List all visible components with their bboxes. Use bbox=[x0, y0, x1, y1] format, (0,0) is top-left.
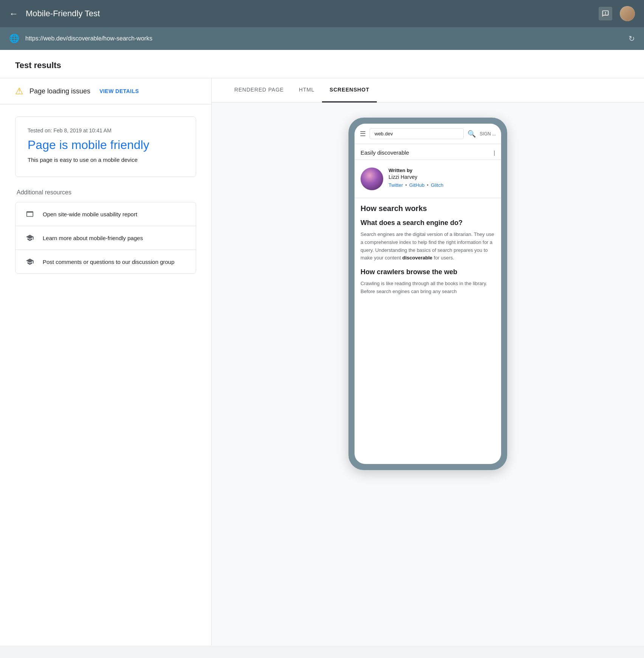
article-heading-2: How crawlers browse the web bbox=[361, 268, 495, 276]
test-results-header: Test results bbox=[0, 50, 644, 78]
glitch-link[interactable]: Glitch bbox=[431, 182, 443, 188]
author-name: Lizzi Harvey bbox=[389, 174, 495, 180]
tab-screenshot[interactable]: SCREENSHOT bbox=[322, 78, 377, 102]
phone-article-content: How search works What does a search engi… bbox=[355, 198, 501, 303]
section-label-text: Easily discoverable bbox=[361, 149, 409, 156]
tab-rendered-page[interactable]: Rendered page bbox=[227, 78, 291, 102]
phone-content: Easily discoverable | Written by Lizzi H… bbox=[355, 144, 501, 303]
globe-icon: 🌐 bbox=[9, 34, 19, 43]
tab-html[interactable]: HTML bbox=[291, 78, 322, 102]
resource-text-2: Learn more about mobile-friendly pages bbox=[43, 235, 143, 241]
back-button[interactable]: ← bbox=[9, 8, 18, 19]
feedback-icon bbox=[602, 10, 609, 17]
twitter-link[interactable]: Twitter bbox=[389, 182, 403, 188]
refresh-icon[interactable]: ↻ bbox=[629, 34, 635, 43]
graduation-icon-2 bbox=[25, 258, 35, 266]
phone-mockup: ☰ web.dev 🔍 SIGN ... Easily discoverable… bbox=[348, 118, 507, 470]
resource-text-1: Open site-wide mobile usability report bbox=[43, 211, 137, 217]
article-heading-1: What does a search engine do? bbox=[361, 219, 495, 227]
mobile-friendly-subtitle: This page is easy to use on a mobile dev… bbox=[28, 157, 184, 163]
mobile-friendly-title: Page is mobile friendly bbox=[28, 138, 184, 152]
left-panel: ⚠ Page loading issues VIEW DETAILS Teste… bbox=[0, 78, 212, 646]
article-paragraph-1: Search engines are the digital version o… bbox=[361, 231, 495, 262]
phone-hamburger-icon: ☰ bbox=[360, 130, 366, 138]
dot-separator-1: • bbox=[405, 182, 407, 188]
url-text[interactable]: https://web.dev/discoverable/how-search-… bbox=[25, 35, 622, 42]
resource-item-2[interactable]: Learn more about mobile-friendly pages bbox=[15, 226, 196, 250]
resource-text-3: Post comments or questions to our discus… bbox=[43, 259, 175, 265]
tested-on-text: Tested on: Feb 8, 2019 at 10:41 AM bbox=[28, 127, 184, 133]
issues-bar: ⚠ Page loading issues VIEW DETAILS bbox=[0, 78, 211, 104]
resource-item-3[interactable]: Post comments or questions to our discus… bbox=[15, 250, 196, 273]
phone-search-bar: web.dev bbox=[370, 128, 464, 139]
author-avatar bbox=[361, 168, 383, 190]
phone-screen: ☰ web.dev 🔍 SIGN ... Easily discoverable… bbox=[355, 124, 501, 464]
svg-rect-1 bbox=[605, 14, 606, 15]
article-title: How search works bbox=[361, 204, 495, 213]
app-title: Mobile-Friendly Test bbox=[26, 9, 599, 19]
written-by-label: Written by bbox=[389, 168, 495, 173]
right-panel: Rendered page HTML SCREENSHOT ☰ web.de bbox=[212, 78, 644, 646]
issues-label: Page loading issues bbox=[29, 87, 90, 95]
top-icons bbox=[599, 6, 635, 21]
phone-section-label: Easily discoverable | bbox=[355, 144, 501, 160]
resource-item-1[interactable]: Open site-wide mobile usability report bbox=[15, 202, 196, 226]
browser-icon bbox=[25, 210, 35, 218]
author-details: Written by Lizzi Harvey Twitter • GitHub… bbox=[389, 168, 495, 188]
svg-rect-0 bbox=[605, 12, 606, 14]
article-paragraph-2: Crawling is like reading through all the… bbox=[361, 280, 495, 296]
view-details-link[interactable]: VIEW DETAILS bbox=[99, 88, 139, 94]
main-content: Test results ⚠ Page loading issues VIEW … bbox=[0, 50, 644, 646]
additional-resources-title: Additional resources bbox=[15, 189, 196, 196]
result-card: Tested on: Feb 8, 2019 at 10:41 AM Page … bbox=[15, 116, 196, 177]
right-tabs: Rendered page HTML SCREENSHOT bbox=[212, 78, 644, 102]
phone-section-arrow-icon: | bbox=[494, 150, 495, 156]
back-arrow-icon: ← bbox=[9, 8, 18, 19]
github-link[interactable]: GitHub bbox=[409, 182, 424, 188]
phone-nav: ☰ web.dev 🔍 SIGN ... bbox=[355, 124, 501, 144]
phone-preview-area: ☰ web.dev 🔍 SIGN ... Easily discoverable… bbox=[212, 102, 644, 646]
user-avatar[interactable] bbox=[620, 6, 635, 21]
author-section: Written by Lizzi Harvey Twitter • GitHub… bbox=[355, 160, 501, 198]
author-links: Twitter • GitHub • Glitch bbox=[389, 182, 495, 188]
warning-icon: ⚠ bbox=[15, 86, 23, 96]
author-info: Written by Lizzi Harvey Twitter • GitHub… bbox=[361, 168, 495, 190]
avatar-image bbox=[620, 6, 635, 21]
split-layout: ⚠ Page loading issues VIEW DETAILS Teste… bbox=[0, 78, 644, 646]
feedback-button[interactable] bbox=[599, 7, 612, 20]
dot-separator-2: • bbox=[427, 182, 429, 188]
resources-card: Open site-wide mobile usability report L… bbox=[15, 202, 196, 274]
phone-sign-in: SIGN ... bbox=[480, 131, 496, 137]
additional-resources-section: Additional resources Open site-wide mobi… bbox=[0, 189, 211, 289]
url-bar: 🌐 https://web.dev/discoverable/how-searc… bbox=[0, 27, 644, 50]
graduation-icon-1 bbox=[25, 234, 35, 242]
phone-search-icon: 🔍 bbox=[468, 130, 476, 138]
top-bar: ← Mobile-Friendly Test bbox=[0, 0, 644, 27]
